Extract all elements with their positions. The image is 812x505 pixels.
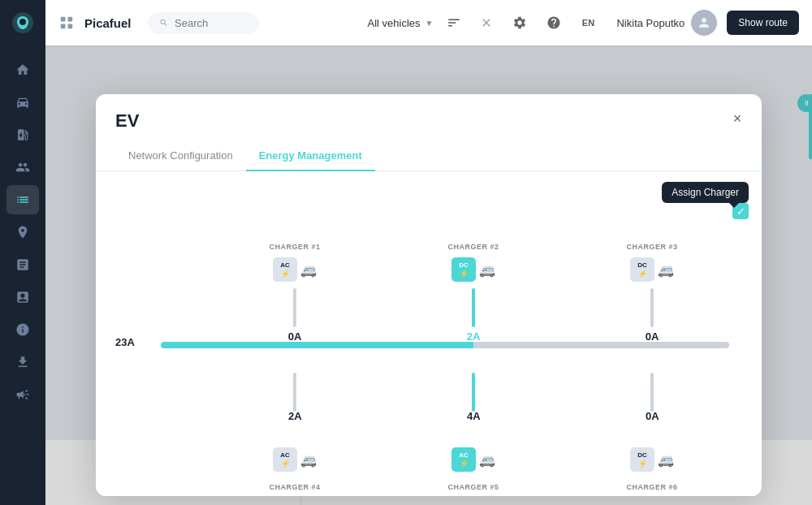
energy-diagram: 23A CHARGER #1 AC ⚡ 🚐 bbox=[96, 171, 762, 496]
charger-5-vehicle-icon: 🚐 bbox=[479, 452, 495, 468]
charger-1-label: CHARGER #1 bbox=[269, 243, 320, 251]
charger-5-type-icon: AC ⚡ bbox=[451, 447, 476, 472]
sidebar-item-info[interactable] bbox=[6, 315, 39, 344]
sidebar-item-home[interactable] bbox=[6, 55, 39, 84]
svg-rect-2 bbox=[61, 17, 66, 22]
sidebar-item-car[interactable] bbox=[6, 88, 39, 117]
charger-5-label: CHARGER #5 bbox=[447, 483, 499, 491]
search-box[interactable] bbox=[148, 12, 260, 34]
charger-3-label: CHARGER #3 bbox=[626, 243, 677, 251]
svg-rect-5 bbox=[68, 24, 73, 29]
charger-2-line-down bbox=[472, 288, 475, 327]
search-input[interactable] bbox=[175, 17, 248, 29]
grid-icon bbox=[58, 15, 75, 31]
bus-label: 23A bbox=[115, 336, 135, 348]
assign-charger-tooltip: Assign Charger bbox=[662, 182, 749, 203]
charger-6-label: CHARGER #6 bbox=[626, 483, 677, 491]
settings-icon[interactable] bbox=[508, 11, 532, 35]
sidebar-item-download[interactable] bbox=[6, 347, 39, 377]
main-area: ⏸ Nombre Proveedor Código Único Assign C… bbox=[45, 45, 812, 505]
charger-2-vehicle-icon: 🚐 bbox=[479, 262, 495, 278]
topbar: Picafuel All vehicles ▼ EN Nikita Poputk… bbox=[45, 0, 812, 45]
charger-2-current-bottom: 4A bbox=[467, 410, 481, 422]
sidebar bbox=[0, 0, 45, 505]
charger-6-type-icon: DC ⚡ bbox=[630, 447, 654, 472]
charger-1-icons: AC ⚡ 🚐 bbox=[273, 257, 317, 282]
charger-3-current-top: 0A bbox=[646, 330, 659, 343]
charger-3-top: CHARGER #3 DC ⚡ 🚐 0A bbox=[603, 243, 701, 343]
charger-1-current-top: 0A bbox=[288, 330, 302, 343]
modal-overlay: Assign Charger ✓ EV × Network Configurat… bbox=[45, 45, 812, 505]
user-avatar[interactable] bbox=[691, 10, 717, 36]
charger-2-current-top: 2A bbox=[467, 330, 481, 343]
close-filter-icon[interactable] bbox=[475, 11, 498, 34]
bus-line-inactive bbox=[473, 342, 729, 348]
tab-network[interactable]: Network Configuration bbox=[115, 141, 246, 171]
sidebar-item-fuel[interactable] bbox=[6, 120, 39, 149]
bus-line-active bbox=[161, 342, 473, 348]
modal-tabs: Network Configuration Energy Management bbox=[96, 141, 762, 171]
charger-3-icons: DC ⚡ 🚐 bbox=[630, 257, 674, 282]
bus-line bbox=[161, 342, 729, 348]
charger-4-icons: AC ⚡ 🚐 bbox=[273, 447, 317, 472]
charger-3-vehicle-icon: 🚐 bbox=[658, 262, 674, 278]
charger-1-line-bus-bottom bbox=[293, 373, 296, 412]
show-route-button[interactable]: Show route bbox=[727, 11, 799, 35]
sidebar-item-location[interactable] bbox=[6, 218, 39, 247]
vehicle-filter-label: All vehicles bbox=[368, 17, 421, 29]
modal-title: EV bbox=[115, 110, 139, 132]
ev-modal: Assign Charger ✓ EV × Network Configurat… bbox=[96, 94, 762, 496]
charger-6-icons: DC ⚡ 🚐 bbox=[630, 447, 674, 472]
modal-close-button[interactable]: × bbox=[726, 107, 749, 130]
charger-4-label: CHARGER #4 bbox=[269, 483, 320, 491]
charger-4-top: AC ⚡ 🚐 CHARGER #4 bbox=[246, 447, 343, 496]
charger-2-line-bus-bottom bbox=[472, 373, 475, 412]
charger-5-icons: AC ⚡ 🚐 bbox=[451, 447, 495, 472]
language-label[interactable]: EN bbox=[576, 11, 600, 35]
filter-icon[interactable] bbox=[443, 11, 465, 34]
charger-3-line-bus-bottom bbox=[650, 373, 654, 412]
charger-3-current-bottom: 0A bbox=[646, 410, 659, 422]
svg-point-1 bbox=[19, 19, 26, 25]
user-area: Nikita Poputko bbox=[616, 10, 717, 36]
sidebar-item-group[interactable] bbox=[6, 153, 39, 182]
charger-1-current-bottom: 2A bbox=[288, 410, 302, 422]
charger-6-vehicle-icon: 🚐 bbox=[658, 452, 674, 468]
charger-5-top: AC ⚡ 🚐 CHARGER #5 bbox=[425, 447, 522, 496]
chevron-down-icon: ▼ bbox=[425, 19, 434, 28]
charger-3-line-down bbox=[650, 288, 654, 327]
user-name: Nikita Poputko bbox=[616, 17, 685, 29]
modal-header: EV × bbox=[96, 94, 762, 132]
vehicle-filter[interactable]: All vehicles ▼ bbox=[368, 17, 434, 29]
charger-1-vehicle-icon: 🚐 bbox=[300, 262, 317, 278]
svg-rect-3 bbox=[68, 17, 73, 22]
help-icon[interactable] bbox=[542, 11, 566, 35]
charger-1-top: CHARGER #1 AC ⚡ 🚐 0A bbox=[246, 243, 343, 343]
charger-1-line-down bbox=[293, 288, 296, 327]
charger-4-type-icon: AC ⚡ bbox=[273, 447, 297, 472]
sidebar-item-purchase[interactable] bbox=[6, 250, 39, 279]
svg-rect-4 bbox=[61, 24, 66, 29]
sidebar-item-megaphone[interactable] bbox=[6, 380, 39, 409]
sidebar-item-report[interactable] bbox=[6, 283, 39, 312]
sidebar-nav bbox=[0, 45, 45, 505]
charger-3-type-icon: DC ⚡ bbox=[630, 257, 654, 282]
app-logo[interactable] bbox=[0, 0, 45, 45]
charger-4-vehicle-icon: 🚐 bbox=[300, 452, 317, 468]
tab-energy[interactable]: Energy Management bbox=[246, 141, 375, 171]
charger-2-label: CHARGER #2 bbox=[447, 243, 499, 251]
sidebar-item-grid[interactable] bbox=[6, 185, 39, 214]
charger-2-icons: DC ⚡ 🚐 bbox=[451, 257, 495, 282]
app-name: Picafuel bbox=[84, 16, 132, 30]
search-icon bbox=[159, 17, 169, 28]
charger-2-top: CHARGER #2 DC ⚡ 🚐 2A bbox=[425, 243, 522, 343]
charger-2-type-icon: DC ⚡ bbox=[451, 257, 476, 282]
charger-1-type-icon: AC ⚡ bbox=[273, 257, 297, 282]
charger-6-top: DC ⚡ 🚐 CHARGER #6 bbox=[603, 447, 701, 496]
